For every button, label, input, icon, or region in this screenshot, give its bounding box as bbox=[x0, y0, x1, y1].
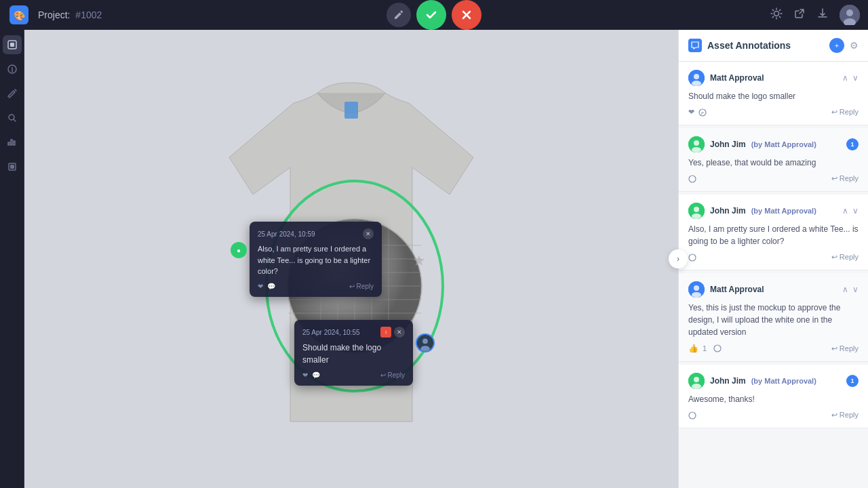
svg-point-50 bbox=[692, 384, 701, 389]
user-tag: (by Matt Approval) bbox=[751, 207, 816, 215]
sidebar-item-canvas[interactable] bbox=[3, 35, 22, 54]
panel-settings-icon[interactable]: ⚙ bbox=[850, 40, 859, 51]
ann-reactions bbox=[688, 253, 696, 262]
main-layout: ★ ✦ ● 25 Apr 2024, 10:59 ✕ Also, I am pr… bbox=[0, 30, 868, 488]
svg-point-42 bbox=[692, 214, 701, 219]
svg-point-38 bbox=[692, 147, 701, 152]
annotations-list: Matt Approval ∧ ∨ Should make the logo s… bbox=[679, 62, 868, 488]
ann-reactions bbox=[688, 175, 696, 183]
user-tag: (by Matt Approval) bbox=[751, 140, 816, 148]
ann-heart-reaction[interactable]: ❤ bbox=[688, 108, 694, 117]
ann-comment-reaction[interactable] bbox=[713, 344, 722, 352]
ann-expand-icon[interactable]: ∨ bbox=[852, 73, 859, 83]
project-label: Project: #1002 bbox=[38, 9, 102, 20]
svg-point-39 bbox=[689, 176, 696, 182]
topbar-center-actions bbox=[387, 0, 481, 30]
svg-point-37 bbox=[694, 140, 699, 146]
panel-toggle-button[interactable]: › bbox=[669, 249, 688, 268]
panel-icon bbox=[688, 39, 702, 52]
svg-rect-11 bbox=[10, 165, 14, 169]
svg-rect-12 bbox=[344, 102, 358, 119]
popup-text-2: Should make the logo smaller bbox=[302, 342, 405, 366]
popup-reply-2[interactable]: ↩ Reply bbox=[380, 371, 405, 379]
edit-pencil-button[interactable] bbox=[387, 3, 411, 27]
topbar: 🎨 Project: #1002 bbox=[0, 0, 868, 30]
ann-reactions bbox=[688, 411, 696, 420]
panel-header: Asset Annotations + ⚙ bbox=[679, 30, 868, 62]
popup-close-1[interactable]: ✕ bbox=[363, 228, 374, 239]
popup-reaction-2[interactable]: ❤ bbox=[302, 371, 308, 379]
ann-reply-button[interactable]: ↩ Reply bbox=[831, 108, 859, 117]
approve-button[interactable] bbox=[416, 0, 446, 30]
panel-add-button[interactable]: + bbox=[829, 38, 844, 53]
annotation-marker-2[interactable]: 25 Apr 2024, 10:55 ! ✕ Should make the l… bbox=[416, 333, 435, 352]
sun-icon[interactable] bbox=[770, 7, 783, 23]
ann-reply-button[interactable]: ↩ Reply bbox=[831, 174, 859, 183]
download-icon[interactable] bbox=[816, 7, 829, 23]
ann-collapse-icon[interactable]: ∧ bbox=[842, 206, 848, 216]
sidebar-item-layers[interactable] bbox=[3, 157, 22, 176]
user-tag: (by Matt Approval) bbox=[751, 377, 816, 385]
ann-comment-reaction[interactable] bbox=[688, 253, 696, 262]
ann-collapse-icon[interactable]: ∧ bbox=[842, 285, 848, 294]
ann-avatar bbox=[688, 203, 705, 219]
annotation-marker-1[interactable]: ● 25 Apr 2024, 10:59 ✕ Also, I am pretty… bbox=[231, 242, 247, 258]
ann-user: John Jim (by Matt Approval) bbox=[688, 373, 816, 389]
ann-avatar bbox=[688, 136, 705, 152]
ann-text: Yes, please, that would be amazing bbox=[688, 157, 859, 169]
app-logo[interactable]: 🎨 bbox=[8, 4, 30, 26]
ann-thumb-reaction[interactable]: 👍 bbox=[688, 344, 698, 353]
ann-user: Matt Approval bbox=[688, 70, 764, 86]
ann-number-badge-2: 1 bbox=[846, 375, 859, 387]
ann-actions-top: ∧ ∨ bbox=[842, 73, 859, 83]
ann2-badge: ! bbox=[380, 327, 391, 338]
svg-point-31 bbox=[420, 346, 430, 352]
svg-point-4 bbox=[846, 9, 853, 16]
svg-point-43 bbox=[689, 254, 696, 261]
reject-button[interactable] bbox=[452, 0, 481, 30]
svg-point-33 bbox=[694, 74, 699, 79]
ann-reactions: ❤ bbox=[688, 108, 707, 117]
svg-point-47 bbox=[714, 345, 721, 352]
annotation-item: John Jim (by Matt Approval) 1 Yes, pleas… bbox=[679, 128, 868, 192]
sidebar-item-analytics[interactable] bbox=[3, 133, 22, 152]
ann-user: John Jim (by Matt Approval) bbox=[688, 136, 816, 152]
popup-reply-1[interactable]: ↩ Reply bbox=[349, 283, 374, 290]
svg-point-34 bbox=[692, 81, 701, 86]
ann-footer: ↩ Reply bbox=[688, 411, 859, 420]
popup-close-2[interactable]: ✕ bbox=[394, 327, 405, 338]
share-icon[interactable] bbox=[793, 7, 806, 23]
ann-comment-reaction[interactable] bbox=[698, 108, 707, 117]
ann-avatar bbox=[688, 70, 705, 86]
right-panel: Asset Annotations + ⚙ bbox=[678, 30, 868, 488]
annotation-item: Matt Approval ∧ ∨ Yes, this is just the … bbox=[679, 273, 868, 362]
sidebar-item-info[interactable] bbox=[3, 60, 22, 79]
annotation-item: John Jim (by Matt Approval) ∧ ∨ Also, I … bbox=[679, 195, 868, 270]
ann-comment-reaction[interactable] bbox=[688, 175, 696, 183]
svg-text:🎨: 🎨 bbox=[14, 10, 26, 22]
ann-collapse-icon[interactable]: ∧ bbox=[842, 73, 848, 83]
tshirt-container: ★ ✦ ● 25 Apr 2024, 10:59 ✕ Also, I am pr… bbox=[182, 69, 521, 449]
ann-expand-icon[interactable]: ∨ bbox=[852, 285, 859, 294]
ann-reply-button[interactable]: ↩ Reply bbox=[831, 411, 859, 420]
ann-comment-reaction[interactable] bbox=[688, 411, 696, 420]
svg-point-51 bbox=[689, 412, 696, 419]
canvas-area[interactable]: ★ ✦ ● 25 Apr 2024, 10:59 ✕ Also, I am pr… bbox=[24, 30, 678, 488]
ann-user: John Jim (by Matt Approval) bbox=[688, 203, 816, 219]
svg-point-2 bbox=[774, 11, 779, 16]
ann-footer: ❤ ↩ Reply bbox=[688, 108, 859, 117]
ann-text: Should make the logo smaller bbox=[688, 90, 859, 102]
sidebar-item-edit[interactable] bbox=[3, 84, 22, 103]
svg-point-46 bbox=[692, 292, 701, 298]
ann-avatar bbox=[688, 373, 705, 389]
user-avatar[interactable] bbox=[840, 5, 860, 25]
ann-expand-icon[interactable]: ∨ bbox=[852, 206, 859, 216]
svg-text:★: ★ bbox=[412, 252, 426, 269]
ann-number-badge: 1 bbox=[846, 138, 859, 150]
svg-rect-7 bbox=[10, 43, 14, 47]
sidebar-item-search[interactable] bbox=[3, 108, 22, 127]
ann-reply-button[interactable]: ↩ Reply bbox=[831, 253, 859, 262]
popup-comment-2: 💬 bbox=[312, 371, 320, 379]
ann-reply-button[interactable]: ↩ Reply bbox=[831, 344, 859, 353]
popup-reaction-1[interactable]: ❤ bbox=[258, 283, 263, 290]
